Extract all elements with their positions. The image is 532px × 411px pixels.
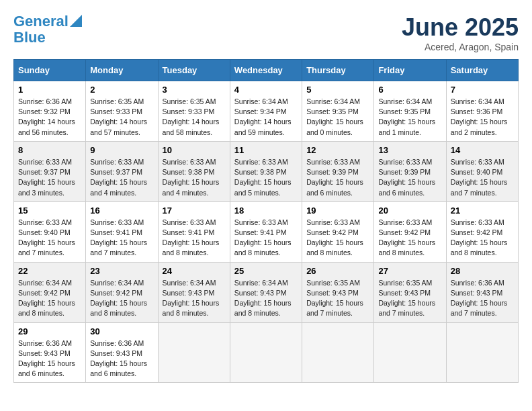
calendar-cell: 4Sunrise: 6:34 AMSunset: 9:34 PMDaylight… — [230, 81, 302, 142]
logo-icon — [70, 15, 82, 27]
calendar-table: SundayMondayTuesdayWednesdayThursdayFrid… — [13, 59, 519, 383]
day-info: Sunrise: 6:33 AMSunset: 9:39 PMDaylight:… — [378, 157, 441, 198]
day-number: 22 — [18, 266, 81, 276]
calendar-cell: 10Sunrise: 6:33 AMSunset: 9:38 PMDayligh… — [158, 141, 230, 201]
calendar-cell: 11Sunrise: 6:33 AMSunset: 9:38 PMDayligh… — [230, 141, 302, 201]
day-info: Sunrise: 6:33 AMSunset: 9:40 PMDaylight:… — [18, 218, 81, 259]
logo: General Blue — [13, 13, 82, 46]
header-day-saturday: Saturday — [446, 60, 518, 81]
day-info: Sunrise: 6:35 AMSunset: 9:43 PMDaylight:… — [378, 278, 441, 319]
day-info: Sunrise: 6:36 AMSunset: 9:32 PMDaylight:… — [18, 97, 81, 138]
day-info: Sunrise: 6:34 AMSunset: 9:35 PMDaylight:… — [378, 97, 441, 138]
calendar-cell: 27Sunrise: 6:35 AMSunset: 9:43 PMDayligh… — [374, 262, 446, 322]
day-info: Sunrise: 6:34 AMSunset: 9:42 PMDaylight:… — [18, 278, 81, 319]
day-number: 19 — [306, 205, 369, 216]
day-number: 18 — [234, 205, 298, 216]
calendar-cell — [230, 322, 302, 383]
calendar-week-4: 22Sunrise: 6:34 AMSunset: 9:42 PMDayligh… — [14, 262, 519, 322]
svg-marker-0 — [70, 15, 82, 27]
day-number: 21 — [451, 205, 514, 216]
day-info: Sunrise: 6:34 AMSunset: 9:42 PMDaylight:… — [90, 278, 153, 319]
day-info: Sunrise: 6:33 AMSunset: 9:42 PMDaylight:… — [306, 218, 369, 259]
day-number: 25 — [234, 266, 298, 276]
calendar-cell: 6Sunrise: 6:34 AMSunset: 9:35 PMDaylight… — [374, 81, 446, 142]
calendar-cell — [302, 322, 374, 383]
calendar-cell: 30Sunrise: 6:36 AMSunset: 9:43 PMDayligh… — [86, 322, 158, 383]
day-info: Sunrise: 6:34 AMSunset: 9:36 PMDaylight:… — [451, 97, 514, 138]
day-info: Sunrise: 6:33 AMSunset: 9:41 PMDaylight:… — [163, 218, 226, 259]
calendar-cell — [158, 322, 230, 383]
day-info: Sunrise: 6:33 AMSunset: 9:37 PMDaylight:… — [90, 157, 153, 198]
header-day-sunday: Sunday — [14, 60, 86, 81]
day-info: Sunrise: 6:36 AMSunset: 9:43 PMDaylight:… — [90, 338, 153, 379]
calendar-cell: 17Sunrise: 6:33 AMSunset: 9:41 PMDayligh… — [158, 201, 230, 262]
header-day-thursday: Thursday — [302, 60, 374, 81]
calendar-cell: 13Sunrise: 6:33 AMSunset: 9:39 PMDayligh… — [374, 141, 446, 201]
day-number: 29 — [18, 326, 81, 336]
day-info: Sunrise: 6:34 AMSunset: 9:34 PMDaylight:… — [234, 97, 298, 138]
calendar-cell — [446, 322, 518, 383]
day-number: 5 — [306, 85, 369, 95]
calendar-cell: 19Sunrise: 6:33 AMSunset: 9:42 PMDayligh… — [302, 201, 374, 262]
day-number: 26 — [306, 266, 369, 276]
calendar-cell: 28Sunrise: 6:36 AMSunset: 9:43 PMDayligh… — [446, 262, 518, 322]
day-number: 12 — [306, 145, 369, 155]
day-number: 13 — [378, 145, 441, 155]
calendar-cell: 20Sunrise: 6:33 AMSunset: 9:42 PMDayligh… — [374, 201, 446, 262]
calendar-week-2: 8Sunrise: 6:33 AMSunset: 9:37 PMDaylight… — [14, 141, 519, 201]
day-number: 14 — [451, 145, 514, 155]
day-number: 11 — [234, 145, 298, 155]
day-info: Sunrise: 6:34 AMSunset: 9:43 PMDaylight:… — [234, 278, 298, 319]
title-block: June 2025 Acered, Aragon, Spain — [402, 13, 519, 52]
day-number: 28 — [451, 266, 514, 276]
day-info: Sunrise: 6:36 AMSunset: 9:43 PMDaylight:… — [451, 278, 514, 319]
page-header: General Blue June 2025 Acered, Aragon, S… — [13, 13, 519, 52]
logo-text-line1: General — [13, 13, 69, 30]
day-info: Sunrise: 6:33 AMSunset: 9:42 PMDaylight:… — [378, 218, 441, 259]
calendar-cell: 5Sunrise: 6:34 AMSunset: 9:35 PMDaylight… — [302, 81, 374, 142]
day-info: Sunrise: 6:33 AMSunset: 9:41 PMDaylight:… — [234, 218, 298, 259]
day-info: Sunrise: 6:33 AMSunset: 9:38 PMDaylight:… — [234, 157, 298, 198]
header-row: SundayMondayTuesdayWednesdayThursdayFrid… — [14, 60, 519, 81]
calendar-cell — [374, 322, 446, 383]
calendar-week-5: 29Sunrise: 6:36 AMSunset: 9:43 PMDayligh… — [14, 322, 519, 383]
day-info: Sunrise: 6:33 AMSunset: 9:37 PMDaylight:… — [18, 157, 81, 198]
day-number: 17 — [163, 205, 226, 216]
day-number: 7 — [451, 85, 514, 95]
day-info: Sunrise: 6:36 AMSunset: 9:43 PMDaylight:… — [18, 338, 81, 379]
calendar-week-3: 15Sunrise: 6:33 AMSunset: 9:40 PMDayligh… — [14, 201, 519, 262]
day-info: Sunrise: 6:35 AMSunset: 9:33 PMDaylight:… — [90, 97, 153, 138]
day-number: 20 — [378, 205, 441, 216]
location-subtitle: Acered, Aragon, Spain — [402, 42, 519, 52]
day-number: 10 — [163, 145, 226, 155]
header-day-wednesday: Wednesday — [230, 60, 302, 81]
day-number: 3 — [163, 85, 226, 95]
logo-text-line2: Blue — [13, 30, 46, 46]
calendar-week-1: 1Sunrise: 6:36 AMSunset: 9:32 PMDaylight… — [14, 81, 519, 142]
calendar-cell: 3Sunrise: 6:35 AMSunset: 9:33 PMDaylight… — [158, 81, 230, 142]
month-title: June 2025 — [402, 13, 519, 42]
header-day-monday: Monday — [86, 60, 158, 81]
calendar-cell: 24Sunrise: 6:34 AMSunset: 9:43 PMDayligh… — [158, 262, 230, 322]
day-info: Sunrise: 6:33 AMSunset: 9:39 PMDaylight:… — [306, 157, 369, 198]
day-info: Sunrise: 6:35 AMSunset: 9:43 PMDaylight:… — [306, 278, 369, 319]
calendar-cell: 9Sunrise: 6:33 AMSunset: 9:37 PMDaylight… — [86, 141, 158, 201]
day-number: 30 — [90, 326, 153, 336]
header-day-friday: Friday — [374, 60, 446, 81]
calendar-cell: 18Sunrise: 6:33 AMSunset: 9:41 PMDayligh… — [230, 201, 302, 262]
day-info: Sunrise: 6:35 AMSunset: 9:33 PMDaylight:… — [163, 97, 226, 138]
header-day-tuesday: Tuesday — [158, 60, 230, 81]
day-number: 23 — [90, 266, 153, 276]
day-number: 1 — [18, 85, 81, 95]
day-number: 24 — [163, 266, 226, 276]
calendar-cell: 2Sunrise: 6:35 AMSunset: 9:33 PMDaylight… — [86, 81, 158, 142]
day-info: Sunrise: 6:34 AMSunset: 9:35 PMDaylight:… — [306, 97, 369, 138]
day-number: 27 — [378, 266, 441, 276]
day-info: Sunrise: 6:33 AMSunset: 9:40 PMDaylight:… — [451, 157, 514, 198]
calendar-cell: 8Sunrise: 6:33 AMSunset: 9:37 PMDaylight… — [14, 141, 86, 201]
day-info: Sunrise: 6:33 AMSunset: 9:38 PMDaylight:… — [163, 157, 226, 198]
calendar-cell: 25Sunrise: 6:34 AMSunset: 9:43 PMDayligh… — [230, 262, 302, 322]
day-number: 16 — [90, 205, 153, 216]
calendar-cell: 23Sunrise: 6:34 AMSunset: 9:42 PMDayligh… — [86, 262, 158, 322]
day-info: Sunrise: 6:33 AMSunset: 9:42 PMDaylight:… — [451, 218, 514, 259]
